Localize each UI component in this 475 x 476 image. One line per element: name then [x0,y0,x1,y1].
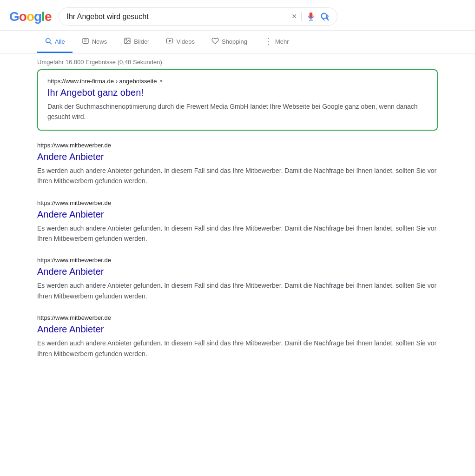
svg-marker-10 [169,40,171,42]
result-url-text-2: https://www.mitbewerber.de [37,199,111,206]
header: Google Ihr Angebot wird gesucht × [0,0,475,31]
tab-news-label: News [92,38,107,45]
result-snippet-3: Es werden auch andere Anbieter gefunden.… [37,280,438,301]
search-submit-icon[interactable] [320,12,330,21]
result-title-4[interactable]: Andere Anbieter [37,323,438,335]
results-container: https://www.ihre-firma.de › angebotsseit… [0,69,475,359]
logo-letter-l: l [41,9,45,24]
logo-letter-e: e [45,9,52,24]
tab-alle-label: Alle [55,38,65,45]
result-url-text-4: https://www.mitbewerber.de [37,314,111,321]
logo-letter-g2: g [34,9,41,24]
result-url-text-1: https://www.mitbewerber.de [37,142,111,149]
svg-line-3 [50,42,52,44]
result-title-3[interactable]: Andere Anbieter [37,265,438,278]
results-info: Umgefähr 16.800 Ergebnisse (0,48 Sekunde… [0,54,475,69]
logo-letter-o1: o [19,9,26,24]
tab-mehr-label: Mehr [275,38,289,45]
result-item-2: https://www.mitbewerber.de Andere Anbiet… [37,199,438,244]
result-title-2[interactable]: Andere Anbieter [37,208,438,220]
featured-result: https://www.ihre-firma.de › angebotsseit… [37,69,438,131]
tab-alle[interactable]: Alle [37,32,73,53]
result-url-4: https://www.mitbewerber.de [37,314,438,321]
search-tab-icon [45,37,52,46]
videos-tab-icon [166,37,173,46]
result-snippet-4: Es werden auch andere Anbieter gefunden.… [37,338,438,359]
featured-result-url: https://www.ihre-firma.de › angebotsseit… [47,78,428,85]
result-item-4: https://www.mitbewerber.de Andere Anbiet… [37,314,438,359]
tab-shopping[interactable]: Shopping [204,32,255,53]
tab-shopping-label: Shopping [222,38,247,45]
search-bar-icons: × [292,12,330,21]
search-input[interactable]: Ihr Angebot wird gesucht [66,13,287,21]
tab-videos-label: Videos [176,38,195,45]
result-snippet-2: Es werden auch andere Anbieter gefunden.… [37,223,438,244]
vertical-divider [301,12,302,21]
bilder-tab-icon [124,37,131,46]
news-tab-icon [82,37,89,46]
nav-tabs: Alle News Bilder Videos [0,31,475,54]
result-url-3: https://www.mitbewerber.de [37,257,438,264]
google-logo: Google [9,9,51,24]
result-title-1[interactable]: Andere Anbieter [37,151,438,163]
tab-news[interactable]: News [74,32,115,53]
logo-letter-o2: o [26,9,34,24]
featured-result-snippet: Dank der Suchmaschinenoptimierung durch … [47,101,428,122]
tab-bilder[interactable]: Bilder [116,32,157,53]
result-item-3: https://www.mitbewerber.de Andere Anbiet… [37,257,438,301]
microphone-icon[interactable] [306,12,316,21]
result-url-1: https://www.mitbewerber.de [37,142,438,149]
result-item-1: https://www.mitbewerber.de Andere Anbiet… [37,142,438,186]
result-url-text-3: https://www.mitbewerber.de [37,257,111,264]
tab-videos[interactable]: Videos [158,32,202,53]
search-bar: Ihr Angebot wird gesucht × [59,7,337,26]
result-url-2: https://www.mitbewerber.de [37,199,438,206]
featured-url-text: https://www.ihre-firma.de › angebotsseit… [47,78,157,85]
url-chevron-icon: ▾ [160,78,163,84]
featured-result-title[interactable]: Ihr Angebot ganz oben! [47,86,428,99]
mehr-tab-icon: ⋮ [264,36,272,46]
tab-mehr[interactable]: ⋮ Mehr [257,31,297,53]
result-snippet-1: Es werden auch andere Anbieter gefunden.… [37,165,438,186]
logo-letter-g: G [9,9,19,24]
results-count-text: Umgefähr 16.800 Ergebnisse (0,48 Sekunde… [37,59,162,66]
tab-bilder-label: Bilder [134,38,149,45]
shopping-tab-icon [211,37,219,46]
svg-point-8 [126,39,127,40]
clear-icon[interactable]: × [292,12,297,21]
